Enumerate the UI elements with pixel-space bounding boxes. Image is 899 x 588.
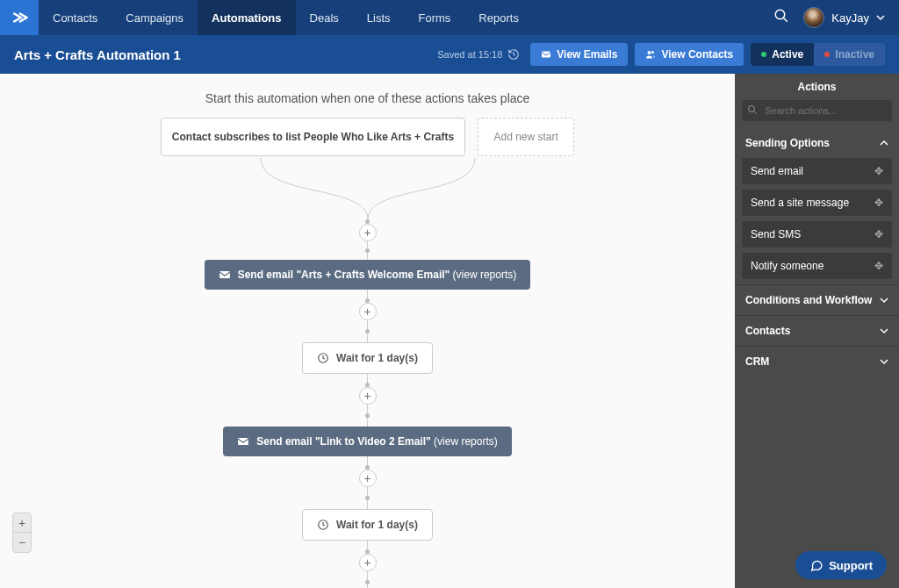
zoom-out-button[interactable]: − (13, 533, 31, 552)
search-icon (747, 104, 758, 118)
svg-line-1 (784, 18, 788, 22)
action-send-site-message[interactable]: Send a site message✥ (742, 190, 892, 216)
add-step-button[interactable]: + (359, 387, 377, 405)
chat-icon (809, 558, 823, 572)
svg-rect-7 (238, 438, 248, 445)
status-toggle: Active Inactive (751, 43, 885, 66)
email-icon (237, 436, 249, 447)
add-step-button[interactable]: + (359, 470, 377, 487)
automation-title: Arts + Crafts Automation 1 (14, 47, 437, 62)
nav-deals[interactable]: Deals (296, 0, 353, 35)
email-node-1[interactable]: Send email "Arts + Crafts Welcome Email"… (205, 260, 531, 290)
actions-sidebar: Actions Sending Options Send email✥ Send… (735, 74, 899, 588)
user-name: KayJay (831, 11, 869, 25)
add-step-button[interactable]: + (359, 224, 377, 241)
app-logo[interactable] (0, 0, 39, 35)
saved-indicator: Saved at 15:18 (437, 48, 520, 61)
history-icon[interactable] (507, 48, 520, 61)
wait-node-2[interactable]: Wait for 1 day(s) (302, 509, 433, 541)
start-prompt: Start this automation when one of these … (0, 74, 735, 105)
nav-items: Contacts Campaigns Automations Deals Lis… (39, 0, 533, 35)
svg-point-0 (776, 10, 786, 19)
nav-forms[interactable]: Forms (405, 0, 465, 35)
user-menu[interactable]: KayJay (803, 7, 885, 28)
action-send-email[interactable]: Send email✥ (742, 158, 892, 184)
automation-header: Arts + Crafts Automation 1 Saved at 15:1… (0, 35, 899, 74)
view-contacts-button[interactable]: View Contacts (635, 43, 744, 66)
grip-icon: ✥ (874, 228, 883, 240)
add-start-button[interactable]: Add new start (478, 118, 574, 156)
svg-point-4 (651, 51, 654, 54)
nav-campaigns[interactable]: Campaigns (111, 0, 198, 35)
chevron-down-icon (880, 357, 888, 366)
contacts-icon (645, 49, 656, 60)
action-send-sms[interactable]: Send SMS✥ (742, 221, 892, 247)
chevron-up-icon (880, 139, 888, 147)
clock-icon (317, 519, 329, 531)
status-active-button[interactable]: Active (751, 43, 814, 66)
email-icon (219, 269, 231, 280)
svg-line-11 (754, 111, 757, 114)
start-trigger-node[interactable]: Contact subscribes to list People Who Li… (161, 118, 465, 156)
clock-icon (317, 352, 329, 364)
chevron-down-icon (880, 296, 888, 305)
sending-actions-list: Send email✥ Send a site message✥ Send SM… (735, 158, 899, 284)
wait-node-1[interactable]: Wait for 1 day(s) (302, 342, 433, 374)
search-icon[interactable] (773, 8, 789, 27)
nav-reports[interactable]: Reports (464, 0, 533, 35)
zoom-in-button[interactable]: + (13, 513, 31, 533)
chevron-down-icon (876, 13, 885, 22)
add-step-button[interactable]: + (359, 303, 377, 320)
dot-red-icon (824, 52, 830, 57)
logo-icon (11, 9, 28, 26)
section-crm[interactable]: CRM (735, 346, 899, 376)
flow-column: + Send email "Arts + Crafts Welcome Emai… (0, 156, 735, 588)
section-contacts[interactable]: Contacts (735, 315, 899, 346)
view-emails-button[interactable]: View Emails (530, 43, 628, 66)
email-icon (541, 50, 551, 59)
grip-icon: ✥ (874, 165, 883, 177)
grip-icon: ✥ (874, 197, 883, 209)
actions-search-input[interactable] (742, 100, 892, 121)
sidebar-title: Actions (735, 74, 899, 100)
svg-point-10 (749, 106, 755, 112)
dot-green-icon (761, 52, 766, 57)
status-inactive-button[interactable]: Inactive (814, 43, 885, 66)
avatar (803, 7, 824, 28)
chevron-down-icon (880, 326, 888, 335)
svg-point-3 (648, 51, 651, 54)
svg-rect-5 (219, 271, 230, 278)
automation-canvas[interactable]: Start this automation when one of these … (0, 74, 735, 588)
nav-right: KayJay (773, 7, 899, 28)
svg-rect-2 (542, 52, 550, 58)
top-nav: Contacts Campaigns Automations Deals Lis… (0, 0, 899, 35)
nav-lists[interactable]: Lists (353, 0, 405, 35)
zoom-control: + − (12, 513, 32, 553)
email-node-2[interactable]: Send email "Link to Video 2 Email" (view… (223, 427, 512, 456)
section-conditions[interactable]: Conditions and Workflow (735, 284, 899, 315)
nav-contacts[interactable]: Contacts (39, 0, 111, 35)
support-button[interactable]: Support (795, 551, 887, 579)
action-notify-someone[interactable]: Notify someone✥ (742, 253, 892, 279)
grip-icon: ✥ (874, 260, 883, 272)
section-sending[interactable]: Sending Options (735, 128, 899, 158)
add-step-button[interactable]: + (359, 554, 377, 571)
nav-automations[interactable]: Automations (198, 0, 295, 35)
merge-connector (201, 158, 535, 219)
